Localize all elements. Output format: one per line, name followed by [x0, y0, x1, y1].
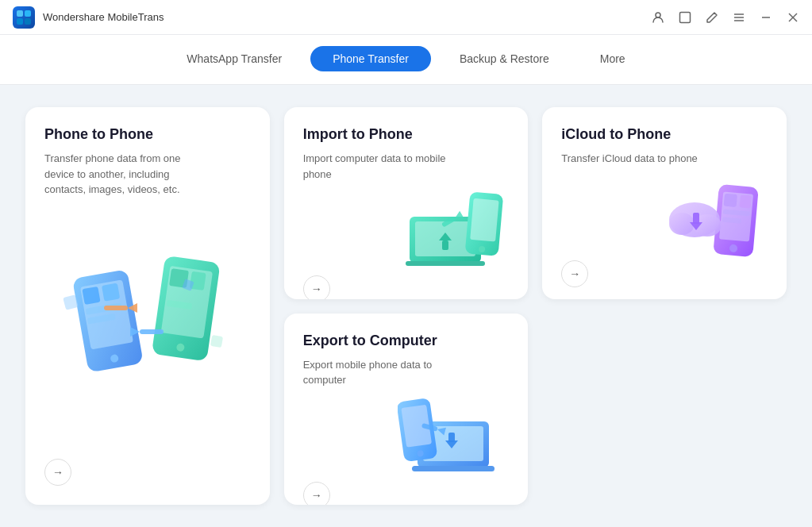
import-title: Import to Phone [303, 126, 510, 143]
close-button[interactable] [787, 11, 799, 24]
export-title: Export to Computer [303, 333, 510, 349]
svg-rect-15 [82, 287, 100, 305]
svg-rect-46 [724, 193, 737, 206]
window-button[interactable] [679, 11, 691, 24]
tab-whatsapp[interactable]: WhatsApp Transfer [164, 46, 304, 71]
tab-more[interactable]: More [578, 46, 648, 71]
icloud-title: iCloud to Phone [561, 126, 768, 143]
menu-button[interactable] [733, 11, 745, 24]
svg-rect-0 [17, 10, 23, 17]
svg-rect-3 [25, 18, 31, 25]
import-to-phone-card[interactable]: Import to Phone Import computer data to … [284, 107, 529, 299]
tab-phone[interactable]: Phone Transfer [310, 46, 431, 71]
svg-rect-47 [740, 194, 752, 208]
svg-rect-59 [448, 433, 455, 442]
svg-rect-1 [25, 10, 31, 17]
svg-rect-2 [17, 18, 23, 25]
svg-rect-16 [102, 283, 120, 302]
svg-rect-39 [471, 198, 499, 242]
phone-to-phone-arrow[interactable]: → [44, 459, 71, 486]
svg-point-51 [669, 213, 695, 235]
svg-rect-31 [210, 335, 223, 348]
svg-rect-57 [412, 466, 495, 471]
export-arrow[interactable]: → [303, 482, 330, 506]
icloud-arrow[interactable]: → [561, 260, 588, 287]
main-content: Phone to Phone Transfer phone data from … [0, 85, 812, 527]
import-arrow[interactable]: → [303, 275, 330, 299]
phone-to-phone-desc: Transfer phone data from one device to a… [44, 151, 187, 198]
profile-button[interactable] [652, 11, 664, 24]
svg-rect-54 [693, 213, 699, 224]
svg-rect-29 [140, 329, 164, 334]
app-icon [13, 6, 35, 29]
svg-rect-27 [104, 306, 128, 310]
icloud-header: iCloud to Phone Transfer iCloud data to … [561, 126, 768, 167]
import-illustration [303, 182, 510, 275]
icloud-desc: Transfer iCloud data to phone [561, 151, 704, 167]
icloud-illustration [561, 167, 768, 260]
minimize-button[interactable] [760, 11, 772, 24]
titlebar-left: Wondershare MobileTrans [13, 6, 164, 29]
nav-bar: WhatsApp Transfer Phone Transfer Backup … [0, 35, 812, 85]
svg-point-4 [656, 13, 660, 17]
icloud-to-phone-card[interactable]: iCloud to Phone Transfer iCloud data to … [542, 107, 787, 299]
app-title-text: Wondershare MobileTrans [43, 11, 164, 23]
phone-to-phone-illustration [44, 198, 251, 460]
edit-button[interactable] [706, 11, 718, 24]
phone-to-phone-card[interactable]: Phone to Phone Transfer phone data from … [25, 107, 270, 505]
tab-backup[interactable]: Backup & Restore [437, 46, 571, 71]
export-illustration [303, 388, 510, 482]
titlebar-controls [652, 11, 799, 24]
export-to-computer-card[interactable]: Export to Computer Export mobile phone d… [284, 314, 529, 506]
import-desc: Import computer data to mobile phone [303, 151, 446, 182]
svg-rect-5 [680, 12, 691, 22]
svg-rect-37 [406, 261, 485, 266]
phone-to-phone-header: Phone to Phone Transfer phone data from … [44, 126, 251, 198]
export-desc: Export mobile phone data to computer [303, 357, 446, 388]
export-header: Export to Computer Export mobile phone d… [303, 333, 510, 388]
phone-to-phone-title: Phone to Phone [44, 126, 251, 143]
import-header: Import to Phone Import computer data to … [303, 126, 510, 182]
titlebar: Wondershare MobileTrans [0, 0, 812, 35]
svg-rect-36 [442, 240, 448, 250]
